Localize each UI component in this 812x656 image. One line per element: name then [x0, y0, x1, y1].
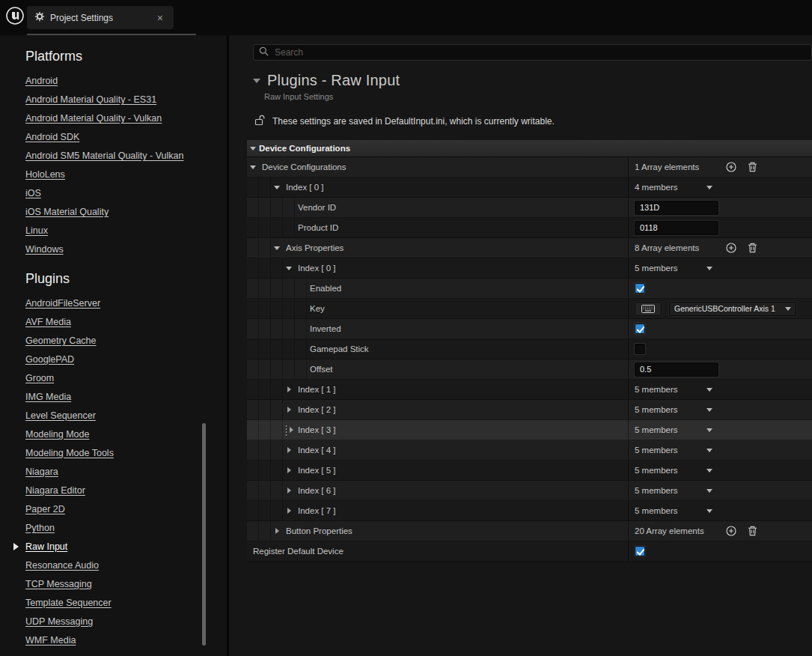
- sidebar-item-modeling-mode[interactable]: Modeling Mode: [25, 425, 227, 444]
- sidebar-item-googlepad[interactable]: GooglePAD: [25, 350, 227, 369]
- vendor-id-input[interactable]: [635, 201, 718, 215]
- product-id-input[interactable]: [635, 221, 718, 235]
- sidebar-item-avf-media[interactable]: AVF Media: [25, 313, 227, 332]
- drag-handle-icon[interactable]: [284, 425, 288, 436]
- search-bar[interactable]: [253, 44, 812, 61]
- sidebar-item-ios-mq[interactable]: iOS Material Quality: [25, 203, 227, 222]
- selected-item-arrow-icon: [13, 543, 19, 550]
- delete-elements-icon[interactable]: [745, 241, 759, 255]
- register-default-device-checkbox[interactable]: [635, 546, 645, 556]
- row-axis-properties: Axis Properties 8 Array elements: [247, 238, 812, 258]
- members-dropdown[interactable]: 5 members: [635, 385, 717, 394]
- unreal-logo-icon: [5, 6, 25, 28]
- members-dropdown[interactable]: 5 members: [635, 486, 717, 495]
- sidebar-item-resonance-audio[interactable]: Resonance Audio: [25, 556, 227, 575]
- config-file-notice: These settings are saved in DefaultInput…: [254, 115, 812, 128]
- title-bar: Project Settings ×: [0, 0, 812, 35]
- enabled-checkbox[interactable]: [635, 283, 645, 294]
- tab-title: Project Settings: [50, 13, 113, 23]
- sidebar-item-level-sequencer[interactable]: Level Sequencer: [25, 407, 227, 425]
- property-label: Product ID: [295, 223, 338, 232]
- chevron-down-icon: [706, 449, 712, 452]
- members-dropdown[interactable]: 5 members: [635, 446, 717, 455]
- expander-right-icon[interactable]: [283, 488, 295, 493]
- sidebar-item-modeling-mode-tools[interactable]: Modeling Mode Tools: [25, 444, 227, 463]
- sidebar-item-groom[interactable]: Groom: [25, 369, 227, 388]
- property-label: Index [ 3 ]: [295, 425, 336, 434]
- sidebar-item-paper-2d[interactable]: Paper 2D: [25, 500, 227, 519]
- chevron-down-icon: [706, 267, 712, 270]
- category-header-device-configurations[interactable]: Device Configurations: [247, 140, 812, 157]
- sidebar-item-ios[interactable]: iOS: [25, 184, 227, 203]
- sidebar-scrollbar-thumb[interactable]: [202, 423, 206, 646]
- expander-down-icon[interactable]: [271, 186, 283, 189]
- tab-project-settings[interactable]: Project Settings ×: [27, 6, 174, 29]
- add-element-icon[interactable]: [724, 524, 738, 538]
- offset-input[interactable]: [635, 362, 718, 377]
- row-vendor-id: Vendor ID: [247, 198, 812, 218]
- title-collapse-icon[interactable]: [253, 79, 260, 83]
- sidebar-item-hololens[interactable]: HoloLens: [25, 165, 227, 184]
- sidebar-item-android[interactable]: Android: [25, 72, 227, 91]
- sidebar-item-wmf-media[interactable]: WMF Media: [25, 631, 227, 650]
- category-expander-icon[interactable]: [247, 147, 259, 151]
- sidebar-item-udp-messaging[interactable]: UDP Messaging: [25, 613, 227, 631]
- row-axis-index-2: Index [ 2 ] 5 members: [247, 400, 812, 420]
- property-label: Register Default Device: [247, 547, 344, 556]
- search-input[interactable]: [273, 46, 806, 58]
- sidebar-item-linux[interactable]: Linux: [25, 222, 227, 240]
- row-axis-index-1: Index [ 1 ] 5 members: [247, 380, 812, 400]
- sidebar-item-geometry-cache[interactable]: Geometry Cache: [25, 332, 227, 350]
- members-dropdown[interactable]: 5 members: [635, 264, 717, 273]
- members-dropdown[interactable]: 5 members: [635, 466, 717, 475]
- expander-right-icon[interactable]: [283, 467, 295, 473]
- row-gamepad-stick: Gamepad Stick: [247, 339, 812, 359]
- expander-down-icon[interactable]: [247, 165, 259, 169]
- sidebar-item-android-mq-vulkan[interactable]: Android Material Quality - Vulkan: [25, 109, 227, 128]
- expander-right-icon[interactable]: [283, 447, 295, 453]
- members-dropdown[interactable]: 4 members: [635, 183, 717, 192]
- sidebar-item-raw-input[interactable]: Raw Input: [25, 538, 227, 556]
- row-index-0: Index [ 0 ] 4 members: [247, 177, 812, 198]
- expander-right-icon[interactable]: [283, 407, 295, 413]
- sidebar-item-tcp-messaging[interactable]: TCP Messaging: [25, 575, 227, 594]
- members-dropdown[interactable]: 5 members: [635, 425, 717, 434]
- chevron-down-icon: [785, 307, 791, 311]
- gamepad-stick-checkbox[interactable]: [635, 344, 645, 354]
- members-dropdown[interactable]: 5 members: [635, 405, 717, 414]
- members-dropdown[interactable]: 5 members: [635, 506, 717, 515]
- keyboard-capture-button[interactable]: [635, 302, 662, 316]
- expander-right-icon[interactable]: [283, 386, 295, 392]
- expander-right-icon[interactable]: [271, 528, 283, 534]
- sidebar-item-android-sm5[interactable]: Android SM5 Material Quality - Vulkan: [25, 147, 227, 165]
- key-select-dropdown[interactable]: GenericUSBController Axis 1: [669, 302, 796, 316]
- sidebar-item-android-sdk[interactable]: Android SDK: [25, 128, 227, 147]
- delete-elements-icon[interactable]: [745, 160, 759, 174]
- keyboard-icon: [641, 305, 655, 313]
- project-settings-icon: [34, 11, 45, 25]
- sidebar-item-niagara[interactable]: Niagara: [25, 463, 227, 482]
- add-element-icon[interactable]: [724, 160, 738, 174]
- expander-down-icon[interactable]: [283, 267, 295, 270]
- sidebar-item-niagara-editor[interactable]: Niagara Editor: [25, 482, 227, 500]
- row-inverted: Inverted: [247, 319, 812, 339]
- sidebar-item-windows[interactable]: Windows: [25, 240, 227, 259]
- sidebar-item-android-mq-es31[interactable]: Android Material Quality - ES31: [25, 91, 227, 109]
- expander-down-icon[interactable]: [271, 246, 283, 250]
- row-product-id: Product ID: [247, 218, 812, 238]
- property-label: Index [ 0 ]: [283, 183, 324, 192]
- expander-right-icon[interactable]: [283, 508, 295, 514]
- expander-right-icon[interactable]: [283, 425, 295, 436]
- sidebar-item-template-sequencer[interactable]: Template Sequencer: [25, 594, 227, 613]
- inverted-checkbox[interactable]: [635, 324, 645, 334]
- row-enabled: Enabled: [247, 279, 812, 299]
- array-count: 20 Array elements: [635, 526, 717, 535]
- platforms-list: Android Android Material Quality - ES31 …: [25, 72, 227, 259]
- sidebar-item-img-media[interactable]: IMG Media: [25, 388, 227, 407]
- row-axis-index-6: Index [ 6 ] 5 members: [247, 481, 812, 501]
- sidebar-item-androidfileserver[interactable]: AndroidFileServer: [25, 294, 227, 313]
- close-icon[interactable]: ×: [154, 11, 166, 25]
- delete-elements-icon[interactable]: [745, 524, 759, 538]
- add-element-icon[interactable]: [724, 241, 738, 255]
- sidebar-item-python[interactable]: Python: [25, 519, 227, 538]
